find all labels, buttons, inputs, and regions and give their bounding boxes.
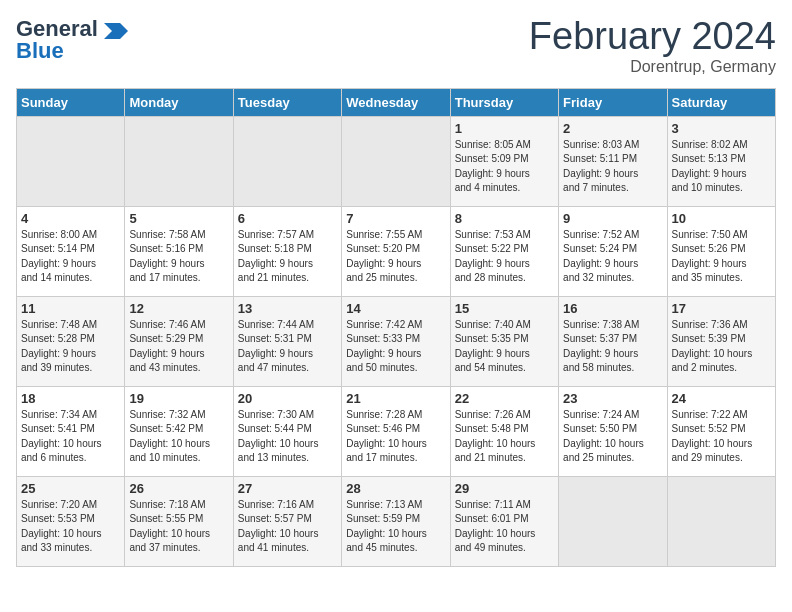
calendar-cell: [342, 116, 450, 206]
calendar-cell: 6Sunrise: 7:57 AM Sunset: 5:18 PM Daylig…: [233, 206, 341, 296]
main-title: February 2024: [529, 16, 776, 58]
cell-content: Sunrise: 7:20 AM Sunset: 5:53 PM Dayligh…: [21, 498, 120, 556]
calendar-cell: 7Sunrise: 7:55 AM Sunset: 5:20 PM Daylig…: [342, 206, 450, 296]
calendar-cell: 11Sunrise: 7:48 AM Sunset: 5:28 PM Dayli…: [17, 296, 125, 386]
cell-content: Sunrise: 7:13 AM Sunset: 5:59 PM Dayligh…: [346, 498, 445, 556]
calendar-cell: 12Sunrise: 7:46 AM Sunset: 5:29 PM Dayli…: [125, 296, 233, 386]
calendar-cell: 10Sunrise: 7:50 AM Sunset: 5:26 PM Dayli…: [667, 206, 775, 296]
calendar-table: SundayMondayTuesdayWednesdayThursdayFrid…: [16, 88, 776, 567]
calendar-cell: 18Sunrise: 7:34 AM Sunset: 5:41 PM Dayli…: [17, 386, 125, 476]
calendar-cell: [17, 116, 125, 206]
day-number: 12: [129, 301, 228, 316]
day-number: 2: [563, 121, 662, 136]
day-number: 28: [346, 481, 445, 496]
calendar-cell: 22Sunrise: 7:26 AM Sunset: 5:48 PM Dayli…: [450, 386, 558, 476]
week-row-5: 25Sunrise: 7:20 AM Sunset: 5:53 PM Dayli…: [17, 476, 776, 566]
calendar-cell: 27Sunrise: 7:16 AM Sunset: 5:57 PM Dayli…: [233, 476, 341, 566]
day-number: 8: [455, 211, 554, 226]
page-header: General Blue February 2024 Dorentrup, Ge…: [16, 16, 776, 76]
cell-content: Sunrise: 7:30 AM Sunset: 5:44 PM Dayligh…: [238, 408, 337, 466]
calendar-cell: 5Sunrise: 7:58 AM Sunset: 5:16 PM Daylig…: [125, 206, 233, 296]
logo-arrow-icon: [100, 19, 128, 39]
day-number: 16: [563, 301, 662, 316]
day-number: 15: [455, 301, 554, 316]
calendar-cell: [233, 116, 341, 206]
logo: General Blue: [16, 16, 128, 64]
cell-content: Sunrise: 7:57 AM Sunset: 5:18 PM Dayligh…: [238, 228, 337, 286]
calendar-cell: 28Sunrise: 7:13 AM Sunset: 5:59 PM Dayli…: [342, 476, 450, 566]
column-header-sunday: Sunday: [17, 88, 125, 116]
calendar-cell: 23Sunrise: 7:24 AM Sunset: 5:50 PM Dayli…: [559, 386, 667, 476]
column-header-monday: Monday: [125, 88, 233, 116]
cell-content: Sunrise: 7:32 AM Sunset: 5:42 PM Dayligh…: [129, 408, 228, 466]
calendar-cell: 25Sunrise: 7:20 AM Sunset: 5:53 PM Dayli…: [17, 476, 125, 566]
column-header-thursday: Thursday: [450, 88, 558, 116]
day-number: 29: [455, 481, 554, 496]
day-number: 21: [346, 391, 445, 406]
day-number: 13: [238, 301, 337, 316]
cell-content: Sunrise: 7:46 AM Sunset: 5:29 PM Dayligh…: [129, 318, 228, 376]
subtitle: Dorentrup, Germany: [529, 58, 776, 76]
column-header-friday: Friday: [559, 88, 667, 116]
day-number: 17: [672, 301, 771, 316]
cell-content: Sunrise: 7:11 AM Sunset: 6:01 PM Dayligh…: [455, 498, 554, 556]
cell-content: Sunrise: 7:26 AM Sunset: 5:48 PM Dayligh…: [455, 408, 554, 466]
cell-content: Sunrise: 7:52 AM Sunset: 5:24 PM Dayligh…: [563, 228, 662, 286]
calendar-cell: 16Sunrise: 7:38 AM Sunset: 5:37 PM Dayli…: [559, 296, 667, 386]
cell-content: Sunrise: 8:05 AM Sunset: 5:09 PM Dayligh…: [455, 138, 554, 196]
calendar-cell: [559, 476, 667, 566]
day-number: 22: [455, 391, 554, 406]
day-number: 9: [563, 211, 662, 226]
calendar-cell: 19Sunrise: 7:32 AM Sunset: 5:42 PM Dayli…: [125, 386, 233, 476]
logo-blue: Blue: [16, 38, 64, 64]
svg-marker-0: [104, 23, 128, 39]
day-number: 14: [346, 301, 445, 316]
day-number: 19: [129, 391, 228, 406]
cell-content: Sunrise: 7:34 AM Sunset: 5:41 PM Dayligh…: [21, 408, 120, 466]
calendar-cell: 21Sunrise: 7:28 AM Sunset: 5:46 PM Dayli…: [342, 386, 450, 476]
calendar-cell: 2Sunrise: 8:03 AM Sunset: 5:11 PM Daylig…: [559, 116, 667, 206]
cell-content: Sunrise: 7:53 AM Sunset: 5:22 PM Dayligh…: [455, 228, 554, 286]
day-number: 20: [238, 391, 337, 406]
cell-content: Sunrise: 8:03 AM Sunset: 5:11 PM Dayligh…: [563, 138, 662, 196]
day-number: 18: [21, 391, 120, 406]
day-number: 5: [129, 211, 228, 226]
week-row-4: 18Sunrise: 7:34 AM Sunset: 5:41 PM Dayli…: [17, 386, 776, 476]
week-row-1: 1Sunrise: 8:05 AM Sunset: 5:09 PM Daylig…: [17, 116, 776, 206]
calendar-cell: 26Sunrise: 7:18 AM Sunset: 5:55 PM Dayli…: [125, 476, 233, 566]
cell-content: Sunrise: 7:16 AM Sunset: 5:57 PM Dayligh…: [238, 498, 337, 556]
cell-content: Sunrise: 7:18 AM Sunset: 5:55 PM Dayligh…: [129, 498, 228, 556]
calendar-cell: 3Sunrise: 8:02 AM Sunset: 5:13 PM Daylig…: [667, 116, 775, 206]
day-number: 24: [672, 391, 771, 406]
cell-content: Sunrise: 7:28 AM Sunset: 5:46 PM Dayligh…: [346, 408, 445, 466]
cell-content: Sunrise: 7:22 AM Sunset: 5:52 PM Dayligh…: [672, 408, 771, 466]
cell-content: Sunrise: 7:42 AM Sunset: 5:33 PM Dayligh…: [346, 318, 445, 376]
cell-content: Sunrise: 7:40 AM Sunset: 5:35 PM Dayligh…: [455, 318, 554, 376]
calendar-cell: 14Sunrise: 7:42 AM Sunset: 5:33 PM Dayli…: [342, 296, 450, 386]
cell-content: Sunrise: 8:00 AM Sunset: 5:14 PM Dayligh…: [21, 228, 120, 286]
day-number: 11: [21, 301, 120, 316]
cell-content: Sunrise: 7:48 AM Sunset: 5:28 PM Dayligh…: [21, 318, 120, 376]
day-number: 10: [672, 211, 771, 226]
calendar-cell: 4Sunrise: 8:00 AM Sunset: 5:14 PM Daylig…: [17, 206, 125, 296]
calendar-cell: 8Sunrise: 7:53 AM Sunset: 5:22 PM Daylig…: [450, 206, 558, 296]
cell-content: Sunrise: 7:36 AM Sunset: 5:39 PM Dayligh…: [672, 318, 771, 376]
day-number: 4: [21, 211, 120, 226]
week-row-3: 11Sunrise: 7:48 AM Sunset: 5:28 PM Dayli…: [17, 296, 776, 386]
cell-content: Sunrise: 7:58 AM Sunset: 5:16 PM Dayligh…: [129, 228, 228, 286]
day-number: 1: [455, 121, 554, 136]
cell-content: Sunrise: 7:55 AM Sunset: 5:20 PM Dayligh…: [346, 228, 445, 286]
day-number: 3: [672, 121, 771, 136]
cell-content: Sunrise: 7:24 AM Sunset: 5:50 PM Dayligh…: [563, 408, 662, 466]
calendar-header-row: SundayMondayTuesdayWednesdayThursdayFrid…: [17, 88, 776, 116]
cell-content: Sunrise: 7:38 AM Sunset: 5:37 PM Dayligh…: [563, 318, 662, 376]
day-number: 26: [129, 481, 228, 496]
calendar-cell: 29Sunrise: 7:11 AM Sunset: 6:01 PM Dayli…: [450, 476, 558, 566]
column-header-wednesday: Wednesday: [342, 88, 450, 116]
cell-content: Sunrise: 8:02 AM Sunset: 5:13 PM Dayligh…: [672, 138, 771, 196]
day-number: 27: [238, 481, 337, 496]
calendar-cell: 13Sunrise: 7:44 AM Sunset: 5:31 PM Dayli…: [233, 296, 341, 386]
column-header-tuesday: Tuesday: [233, 88, 341, 116]
calendar-cell: [125, 116, 233, 206]
calendar-cell: [667, 476, 775, 566]
